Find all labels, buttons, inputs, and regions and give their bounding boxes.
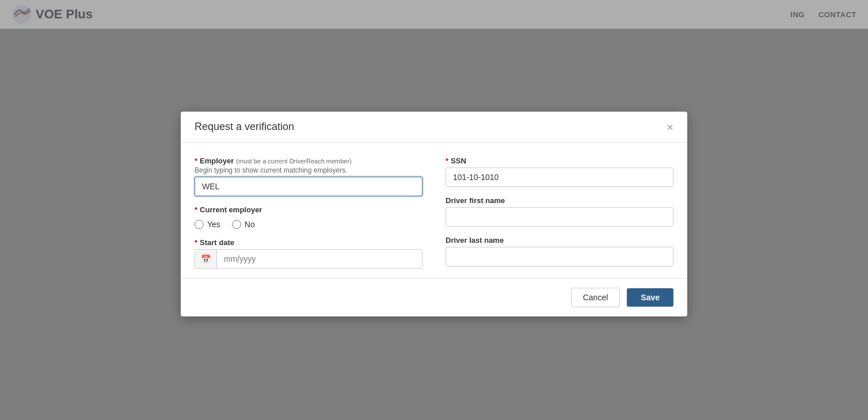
- start-date-label: * Start date: [195, 238, 422, 247]
- modal: Request a verification × * Employer (mus…: [181, 112, 687, 316]
- driver-first-name-label: Driver first name: [446, 196, 673, 205]
- right-column: * SSN Driver first name Driver last name: [446, 156, 673, 269]
- date-input-wrapper: 📅: [195, 249, 422, 269]
- no-label: No: [245, 220, 255, 229]
- driver-first-name-label-text: Driver first name: [446, 196, 505, 205]
- employer-label: * Employer (must be a current DriverReac…: [195, 156, 422, 165]
- current-employer-label-text: Current employer: [200, 205, 262, 214]
- ssn-required-asterisk: *: [446, 156, 448, 165]
- start-date-group: * Start date 📅: [195, 238, 422, 269]
- employer-label-text: Employer: [200, 156, 234, 165]
- current-employer-radio-group: Yes No: [195, 220, 422, 229]
- driver-last-name-group: Driver last name: [446, 236, 673, 266]
- driver-first-name-input[interactable]: [446, 207, 673, 227]
- employer-input[interactable]: [195, 177, 422, 196]
- ssn-input[interactable]: [446, 167, 673, 187]
- yes-radio[interactable]: [195, 220, 204, 229]
- calendar-icon: 📅: [195, 250, 217, 268]
- current-employer-group: * Current employer Yes No: [195, 205, 422, 229]
- no-radio[interactable]: [232, 220, 241, 229]
- driver-last-name-label-text: Driver last name: [446, 236, 504, 245]
- cancel-button[interactable]: Cancel: [571, 288, 620, 307]
- employer-group: * Employer (must be a current DriverReac…: [195, 156, 422, 196]
- current-employer-required-asterisk: *: [195, 205, 197, 214]
- ssn-label: * SSN: [446, 156, 673, 165]
- modal-footer: Cancel Save: [181, 278, 687, 316]
- start-date-required-asterisk: *: [195, 238, 197, 247]
- current-employer-label: * Current employer: [195, 205, 422, 214]
- ssn-label-text: SSN: [451, 156, 466, 165]
- ssn-group: * SSN: [446, 156, 673, 187]
- modal-body: * Employer (must be a current DriverReac…: [181, 143, 687, 278]
- yes-label: Yes: [207, 220, 220, 229]
- employer-hint: Begin typing to show current matching em…: [195, 166, 422, 174]
- modal-title: Request a verification: [195, 121, 294, 133]
- save-button[interactable]: Save: [627, 288, 673, 307]
- employer-sub-label: (must be a current DriverReach member): [236, 158, 352, 165]
- yes-option[interactable]: Yes: [195, 220, 220, 229]
- driver-last-name-input[interactable]: [446, 247, 673, 266]
- modal-close-button[interactable]: ×: [667, 121, 673, 133]
- start-date-input[interactable]: [217, 250, 422, 268]
- modal-header: Request a verification ×: [181, 112, 687, 143]
- employer-required-asterisk: *: [195, 156, 197, 165]
- left-column: * Employer (must be a current DriverReac…: [195, 156, 422, 269]
- driver-last-name-label: Driver last name: [446, 236, 673, 245]
- start-date-label-text: Start date: [200, 238, 234, 247]
- no-option[interactable]: No: [232, 220, 255, 229]
- driver-first-name-group: Driver first name: [446, 196, 673, 227]
